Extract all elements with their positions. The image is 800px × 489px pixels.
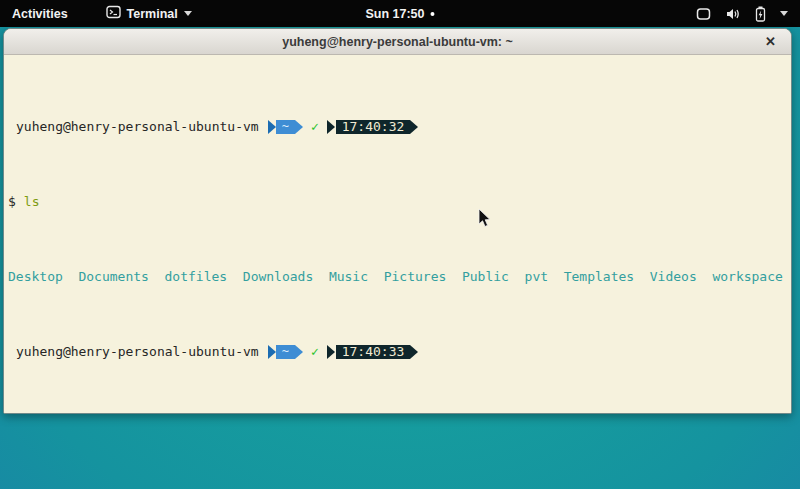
user-host: yuheng@henry-personal-ubuntu-vm <box>16 119 259 134</box>
app-menu[interactable]: Terminal <box>106 5 192 22</box>
terminal-screen[interactable]: yuheng@henry-personal-ubuntu-vm ~ ✓ 17:4… <box>4 55 791 413</box>
powerline-prompt: ~ ✓ 17:40:32 <box>268 119 419 134</box>
powerline-prompt: ~ ✓ 17:40:33 <box>268 344 419 359</box>
command-text: ls <box>24 194 40 209</box>
powerline-arrow-icon <box>327 345 335 359</box>
status-check-icon: ✓ <box>311 119 319 134</box>
terminal-icon <box>106 5 121 22</box>
system-tray[interactable] <box>696 6 788 22</box>
ls-output-line: Desktop Documents dotfiles Downloads Mus… <box>8 269 791 284</box>
close-button[interactable]: ✕ <box>765 29 776 54</box>
window-title: yuheng@henry-personal-ubuntu-vm: ~ <box>282 35 513 49</box>
powerline-arrow-icon <box>410 120 418 134</box>
powerline-arrow-icon <box>327 120 335 134</box>
clock-label: Sun 17:50 <box>365 7 424 21</box>
command-line: $ ls <box>8 194 791 209</box>
powerline-arrow-icon <box>295 120 303 134</box>
screen-icon <box>696 7 711 21</box>
powerline-arrow-icon <box>268 120 276 134</box>
powerline-arrow-icon <box>295 345 303 359</box>
status-check-icon: ✓ <box>311 344 319 359</box>
user-host: yuheng@henry-personal-ubuntu-vm <box>16 344 259 359</box>
chevron-down-icon <box>780 11 788 16</box>
time-segment: 17:40:32 <box>336 120 411 134</box>
battery-charging-icon <box>755 6 766 22</box>
time-segment: 17:40:33 <box>336 345 411 359</box>
cwd-segment: ~ <box>276 345 295 359</box>
activities-button[interactable]: Activities <box>10 3 70 25</box>
prompt-symbol: $ <box>8 194 16 209</box>
app-menu-label: Terminal <box>127 7 178 21</box>
prompt-line: yuheng@henry-personal-ubuntu-vm ~ ✓ 17:4… <box>8 344 791 359</box>
cwd-segment: ~ <box>276 120 295 134</box>
powerline-arrow-icon <box>268 345 276 359</box>
volume-icon <box>725 7 741 21</box>
window-titlebar[interactable]: yuheng@henry-personal-ubuntu-vm: ~ ✕ <box>4 29 791 55</box>
notification-dot <box>431 12 435 16</box>
chevron-down-icon <box>184 11 192 16</box>
clock[interactable]: Sun 17:50 <box>365 7 434 21</box>
prompt-line: yuheng@henry-personal-ubuntu-vm ~ ✓ 17:4… <box>8 119 791 134</box>
powerline-arrow-icon <box>410 345 418 359</box>
top-bar: Activities Terminal Sun 17:50 <box>0 0 800 27</box>
mouse-cursor <box>478 209 492 229</box>
terminal-window: yuheng@henry-personal-ubuntu-vm: ~ ✕ yuh… <box>3 28 792 414</box>
